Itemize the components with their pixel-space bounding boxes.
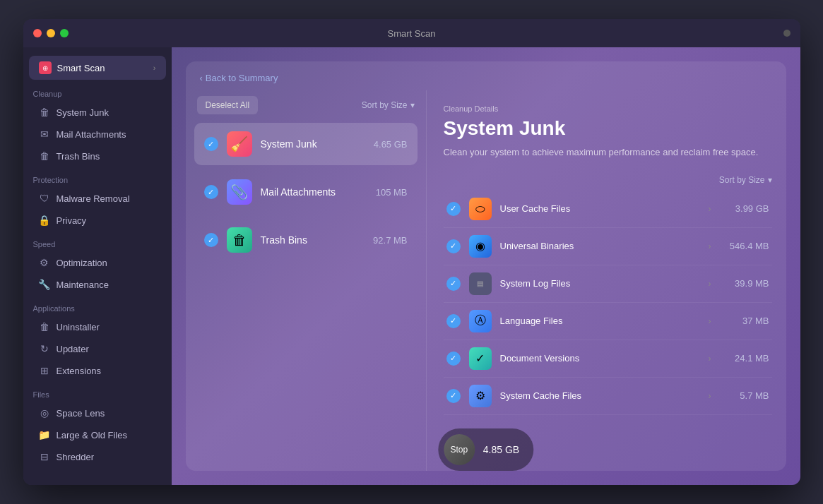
document-versions-icon: ✓ [469,347,492,370]
title-dot [783,30,791,37]
titlebar: Smart Scan [23,19,800,47]
language-files-icon: Ⓐ [469,310,492,332]
sidebar-item-shredder[interactable]: ⊟ Shredder [29,446,166,467]
check-mail-attachments: ✓ [204,185,218,199]
extensions-label: Extensions [57,366,102,376]
window-title: Smart Scan [388,28,436,39]
main-window: Smart Scan ⊕ Smart Scan › Cleanup 🗑 Syst… [23,19,800,485]
cleanup-list: ✓ 🧹 System Junk 4.65 GB ✓ 📎 Mail Attachm… [186,123,426,261]
sidebar-item-mail-attachments[interactable]: ✉ Mail Attachments [29,124,166,145]
stop-total-size: 4.85 GB [483,444,519,455]
back-label: Back to Summary [206,73,278,83]
chevron-system-log-icon: › [709,279,711,289]
mail-attachments-list-icon: 📎 [227,179,252,205]
system-log-size: 39.9 MB [720,278,769,289]
sidebar-item-trash-bins[interactable]: 🗑 Trash Bins [29,145,166,167]
detail-sort-button[interactable]: Sort by Size ▾ [719,175,772,185]
cleanup-details-label: Cleanup Details [444,104,772,113]
smart-scan-label: Smart Scan [57,63,105,73]
close-button[interactable] [33,29,42,37]
sidebar-item-extensions[interactable]: ⊞ Extensions [29,360,166,381]
mail-icon: ✉ [39,128,50,140]
chevron-system-cache-icon: › [709,391,711,401]
sidebar-item-privacy[interactable]: 🔒 Privacy [29,210,166,231]
chevron-doc-ver-icon: › [709,354,711,364]
sidebar-item-malware-removal[interactable]: 🛡 Malware Removal [29,188,166,209]
mail-attachments-label: Mail Attachments [57,129,126,140]
privacy-icon: 🔒 [39,215,50,226]
chevron-right-icon: › [153,64,156,72]
smart-scan-left: ⊕ Smart Scan [39,61,105,74]
check-system-cache: ✓ [446,389,461,403]
minimize-button[interactable] [47,29,55,37]
deselect-all-button[interactable]: Deselect All [197,96,259,114]
stop-button[interactable]: Stop [444,434,475,465]
sort-arrow-icon: ▾ [410,100,415,110]
detail-item-language-files[interactable]: ✓ Ⓐ Language Files › 37 MB [444,303,772,340]
main-panel: ‹ Back to Summary Deselect All Sort by S… [172,47,800,485]
maintenance-icon: 🔧 [39,279,50,290]
updater-label: Updater [57,344,89,354]
malware-icon: 🛡 [39,193,50,204]
panel-header: ‹ Back to Summary [186,61,786,90]
system-junk-list-icon: 🧹 [227,131,252,157]
sort-label: Sort by Size [362,100,408,110]
chevron-left-icon: ‹ [200,73,203,83]
sort-by-size-button[interactable]: Sort by Size ▾ [362,100,415,110]
sidebar-item-smart-scan[interactable]: ⊕ Smart Scan › [29,56,166,80]
section-label-speed: Speed [23,232,172,251]
sidebar-item-space-lens[interactable]: ◎ Space Lens [29,402,166,424]
right-panel: Cleanup Details System Junk Clean your s… [427,90,786,471]
traffic-lights [33,29,69,37]
smart-scan-icon: ⊕ [39,61,52,74]
document-versions-label: Document Versions [500,353,700,364]
sidebar-item-uninstaller[interactable]: 🗑 Uninstaller [29,316,166,337]
maximize-button[interactable] [60,29,69,37]
document-versions-size: 24.1 MB [720,353,769,364]
sidebar-item-optimization[interactable]: ⚙ Optimization [29,252,166,273]
trash-bins-list-label: Trash Bins [261,234,365,246]
system-cache-size: 5.7 MB [720,390,769,401]
detail-description: Clean your system to achieve maximum per… [444,145,772,160]
universal-binaries-icon: ◉ [469,235,492,258]
system-log-label: System Log Files [500,278,700,289]
detail-item-user-cache[interactable]: ✓ ⬭ User Cache Files › 3.99 GB [444,191,772,228]
list-item-trash-bins[interactable]: ✓ 🗑 Trash Bins 92.7 MB [194,219,418,261]
detail-item-universal-binaries[interactable]: ✓ ◉ Universal Binaries › 546.4 MB [444,228,772,265]
sidebar-item-maintenance[interactable]: 🔧 Maintenance [29,274,166,295]
mail-attachments-list-size: 105 MB [376,187,408,198]
large-old-files-label: Large & Old Files [57,430,127,440]
trash-bins-label: Trash Bins [57,151,100,162]
content-area: ⊕ Smart Scan › Cleanup 🗑 System Junk ✉ M… [23,47,800,485]
shredder-icon: ⊟ [39,451,50,462]
extensions-icon: ⊞ [39,365,50,376]
list-item-system-junk[interactable]: ✓ 🧹 System Junk 4.65 GB [194,123,418,165]
space-lens-icon: ◎ [39,407,50,419]
optimization-icon: ⚙ [39,257,50,268]
section-label-protection: Protection [23,167,172,187]
check-document-versions: ✓ [446,352,461,366]
trash-bins-list-icon: 🗑 [227,227,252,253]
uninstaller-label: Uninstaller [57,322,100,332]
sidebar-item-system-junk[interactable]: 🗑 System Junk [29,102,166,123]
list-item-mail-attachments[interactable]: ✓ 📎 Mail Attachments 105 MB [194,171,418,213]
detail-item-document-versions[interactable]: ✓ ✓ Document Versions › 24.1 MB [444,340,772,378]
trash-bins-list-size: 92.7 MB [373,235,407,246]
sidebar-item-updater[interactable]: ↻ Updater [29,338,166,359]
detail-item-system-cache[interactable]: ✓ ⚙ System Cache Files › 5.7 MB [444,378,772,415]
user-cache-icon: ⬭ [469,198,492,220]
malware-removal-label: Malware Removal [57,193,130,204]
space-lens-label: Space Lens [57,408,105,419]
mail-attachments-list-label: Mail Attachments [261,186,367,198]
back-to-summary-link[interactable]: ‹ Back to Summary [200,73,278,83]
system-cache-icon: ⚙ [469,385,492,407]
shredder-label: Shredder [57,452,94,462]
detail-item-system-log[interactable]: ✓ ▤ System Log Files › 39.9 MB [444,265,772,303]
system-junk-label: System Junk [57,107,109,118]
user-cache-size: 3.99 GB [720,203,769,214]
sidebar-item-large-old-files[interactable]: 📁 Large & Old Files [29,424,166,445]
language-files-label: Language Files [500,316,700,326]
check-system-junk: ✓ [204,137,218,151]
detail-list: ✓ ⬭ User Cache Files › 3.99 GB ✓ ◉ Unive… [444,191,772,457]
check-user-cache: ✓ [446,202,461,216]
